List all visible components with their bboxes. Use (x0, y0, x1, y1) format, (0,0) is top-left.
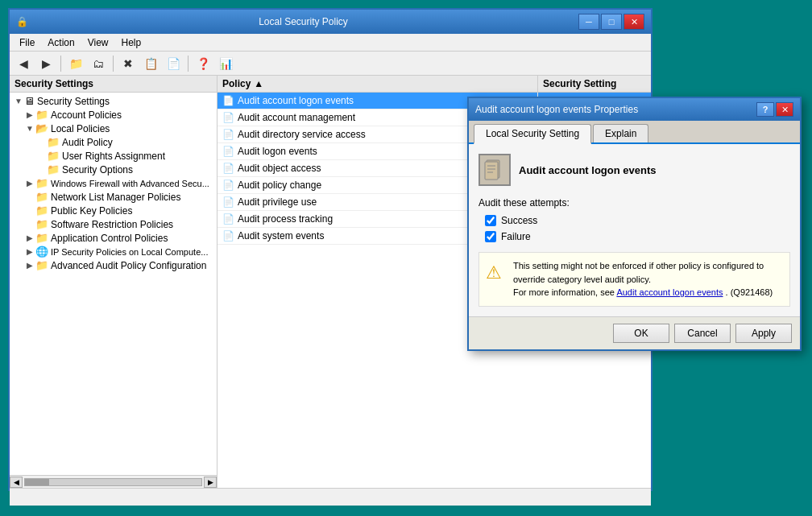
back-button[interactable]: ◀ (13, 54, 34, 73)
ok-button[interactable]: OK (613, 324, 669, 343)
warning-text: This setting might not be enforced if ot… (513, 261, 764, 284)
folder-icon-5: 📁 (47, 163, 60, 175)
toolbar-sep-3 (188, 56, 188, 72)
col-policy-header[interactable]: Policy ▲ (218, 76, 538, 92)
apply-button[interactable]: Apply (735, 324, 792, 343)
tree-label-security-options: Security Options (62, 164, 133, 175)
policy-row-icon: 📄 (222, 230, 234, 241)
tree-toggle-6[interactable]: ▶ (24, 179, 35, 188)
dialog-title: Audit account logon events Properties (475, 104, 756, 115)
warning-suffix: . (Q921468) (726, 287, 773, 297)
cancel-button[interactable]: Cancel (674, 324, 731, 343)
warning-content: This setting might not be enforced if ot… (513, 259, 783, 299)
copy-button[interactable]: 📋 (140, 54, 161, 73)
status-bar (10, 488, 651, 506)
tree-item-windows-firewall[interactable]: ▶ 📁 Windows Firewall with Advanced Secu.… (10, 176, 217, 190)
tree-item-local-policies[interactable]: ▼ 📂 Local Policies (10, 122, 217, 135)
forward-button[interactable]: ▶ (35, 54, 56, 73)
tab-local-security-setting[interactable]: Local Security Setting (474, 124, 591, 144)
failure-label: Failure (501, 231, 531, 242)
tree-label-network-list: Network List Manager Policies (51, 192, 180, 203)
tree-item-account-policies[interactable]: ▶ 📁 Account Policies (10, 108, 217, 122)
warning-more: For more information, see (513, 287, 615, 297)
hscroll-track[interactable] (24, 478, 202, 486)
menu-file[interactable]: File (13, 35, 41, 50)
tree-toggle-10[interactable]: ▶ (24, 233, 35, 242)
menu-help[interactable]: Help (115, 35, 148, 50)
tree-item-ip-security[interactable]: ▶ 🌐 IP Security Policies on Local Comput… (10, 245, 217, 258)
menu-view[interactable]: View (81, 35, 115, 50)
policy-name-label: Audit privilege use (238, 196, 317, 208)
tree-item-advanced-audit[interactable]: ▶ 📁 Advanced Audit Policy Configuration (10, 258, 217, 272)
policy-header: Policy ▲ Security Setting (218, 76, 651, 93)
col-security-label: Security Setting (543, 78, 616, 89)
tree-item-security-options[interactable]: ▶ 📁 Security Options (10, 163, 217, 176)
policy-name-label: Audit policy change (238, 180, 321, 191)
policy-row-icon: 📄 (222, 129, 234, 140)
tree-item-user-rights[interactable]: ▶ 📁 User Rights Assignment (10, 149, 217, 163)
tree-item-public-key[interactable]: ▶ 📁 Public Key Policies (10, 204, 217, 217)
tree-scrollbar[interactable]: ◀ ▶ (10, 475, 217, 488)
minimize-button[interactable]: ─ (578, 14, 599, 30)
folder-icon-10: 📁 (35, 232, 48, 244)
tree-toggle-2[interactable]: ▼ (24, 124, 35, 133)
tree-label-app-control: Application Control Policies (51, 233, 168, 244)
success-checkbox[interactable] (485, 215, 496, 226)
menu-action[interactable]: Action (41, 35, 81, 50)
audit-section: Audit these attempts: Success Failure (478, 197, 790, 242)
title-bar-controls: ─ □ ✕ (578, 14, 644, 30)
delete-button[interactable]: ✖ (118, 54, 139, 73)
scroll-left-btn[interactable]: ◀ (10, 477, 23, 488)
tree-item-software-restriction[interactable]: ▶ 📁 Software Restriction Policies (10, 217, 217, 231)
desktop: 🔒 Local Security Policy ─ □ ✕ File Actio… (0, 0, 812, 516)
folder-icon-3: 📁 (47, 136, 60, 148)
tree-toggle-12[interactable]: ▶ (24, 261, 35, 270)
tree-item-network-list[interactable]: ▶ 📁 Network List Manager Policies (10, 190, 217, 204)
success-label: Success (501, 215, 537, 226)
folder-icon-1: 📁 (35, 109, 48, 121)
show-hide-button[interactable]: 🗂 (88, 54, 109, 73)
tree-panel: Security Settings ▼ 🖥 Security Settings … (10, 76, 218, 488)
audit-check-failure: Failure (485, 231, 790, 242)
failure-checkbox[interactable] (485, 231, 496, 242)
tree-item-security-settings[interactable]: ▼ 🖥 Security Settings (10, 94, 217, 108)
warning-box: ⚠ This setting might not be enforced if … (478, 252, 790, 307)
properties-button[interactable]: 📊 (215, 54, 236, 73)
folder-icon-6: 📁 (35, 177, 48, 189)
svg-rect-1 (485, 162, 498, 180)
tree-label-public-key: Public Key Policies (51, 205, 132, 217)
scroll-right-btn[interactable]: ▶ (204, 477, 217, 488)
app-icon: 🔒 (16, 16, 28, 27)
folder-icon-9: 📁 (35, 218, 48, 230)
dialog-content: Audit account logon events Audit these a… (469, 144, 800, 316)
tab-explain[interactable]: Explain (593, 124, 648, 142)
policy-name-label: Audit object access (238, 163, 321, 174)
tree-item-app-control[interactable]: ▶ 📁 Application Control Policies (10, 231, 217, 245)
close-button[interactable]: ✕ (624, 14, 644, 30)
tree-toggle-1[interactable]: ▶ (24, 110, 35, 119)
tree-label-local-policies: Local Policies (51, 123, 110, 134)
hscroll-thumb[interactable] (25, 479, 49, 485)
sort-icon: ▲ (254, 78, 263, 89)
tree-item-audit-policy[interactable]: ▶ 📁 Audit Policy (10, 135, 217, 149)
tree-toggle-11[interactable]: ▶ (24, 247, 35, 256)
up-button[interactable]: 📁 (65, 54, 86, 73)
warning-link[interactable]: Audit account logon events (616, 287, 723, 297)
policy-row-icon: 📄 (222, 112, 234, 123)
tree-body[interactable]: ▼ 🖥 Security Settings ▶ 📁 Account Polici… (10, 93, 217, 475)
tree-label-audit-policy: Audit Policy (62, 137, 113, 148)
paste-button[interactable]: 📄 (163, 54, 184, 73)
app-title: Local Security Policy (28, 16, 578, 27)
col-security-header[interactable]: Security Setting (538, 76, 651, 92)
toolbar: ◀ ▶ 📁 🗂 ✖ 📋 📄 ❓ 📊 (10, 52, 651, 76)
col-policy-label: Policy (222, 78, 251, 89)
folder-icon-2: 📂 (35, 122, 48, 134)
toolbar-sep-2 (113, 56, 114, 72)
tree-toggle-0[interactable]: ▼ (13, 97, 24, 105)
dialog-close-button[interactable]: ✕ (776, 102, 793, 117)
folder-icon-8: 📁 (35, 204, 48, 217)
dialog-help-button[interactable]: ? (756, 102, 774, 117)
title-bar: 🔒 Local Security Policy ─ □ ✕ (10, 10, 651, 34)
help-button[interactable]: ❓ (193, 54, 213, 73)
maximize-button[interactable]: □ (601, 14, 622, 30)
